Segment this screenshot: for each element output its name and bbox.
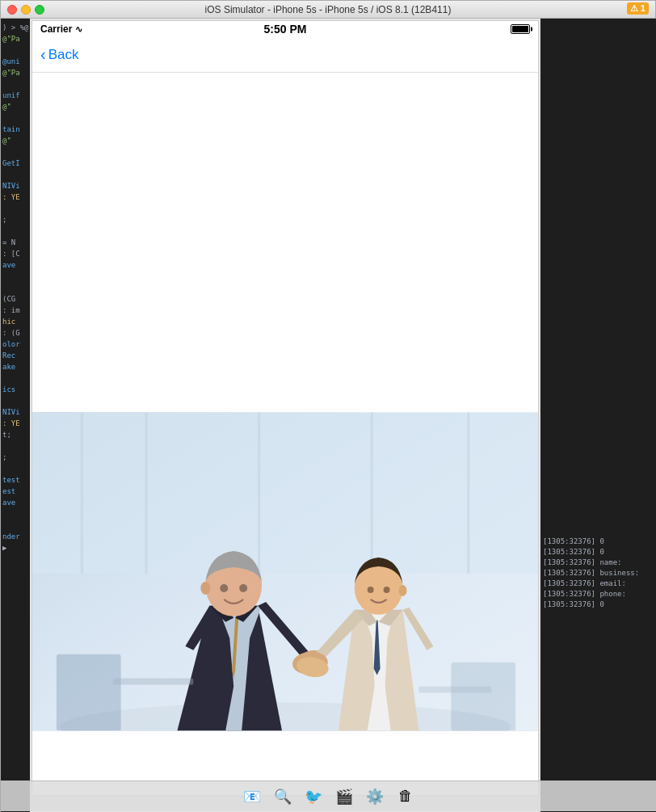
code-line: est xyxy=(2,486,28,497)
code-line: unif xyxy=(2,90,28,101)
code-line: nder xyxy=(2,531,28,542)
debug-line xyxy=(543,43,654,53)
back-chevron-icon: ‹ xyxy=(40,45,46,64)
debug-line xyxy=(543,368,654,379)
code-line: hic xyxy=(2,316,28,327)
svg-rect-3 xyxy=(145,413,148,574)
window-controls xyxy=(7,5,44,15)
code-line: tain xyxy=(2,124,28,135)
debug-panel: [1305:32376] 0 [1305:32376] 0 [1305:3237… xyxy=(540,19,656,812)
svg-point-19 xyxy=(399,585,407,596)
debug-line xyxy=(543,158,654,169)
code-line: Rec xyxy=(2,350,28,361)
debug-line xyxy=(543,190,654,200)
debug-line xyxy=(543,410,654,421)
debug-line xyxy=(543,127,654,137)
dock-icon-twitter[interactable]: 🐦 xyxy=(301,784,326,810)
code-line: t; xyxy=(2,429,28,440)
debug-line xyxy=(543,515,654,526)
macos-dock: 📧 🔍 🐦 🎬 ⚙️ 🗑 xyxy=(1,780,656,811)
debug-line xyxy=(543,284,654,295)
code-line xyxy=(2,169,28,180)
debug-line xyxy=(543,95,654,106)
debug-line xyxy=(543,505,654,515)
debug-line xyxy=(543,64,654,74)
code-line xyxy=(2,372,28,384)
svg-point-12 xyxy=(200,582,210,595)
debug-line xyxy=(543,316,654,326)
debug-line xyxy=(543,253,654,263)
debug-line xyxy=(543,358,654,368)
code-line: ake xyxy=(2,361,28,372)
maximize-button[interactable] xyxy=(35,5,44,15)
svg-rect-6 xyxy=(467,413,469,574)
debug-line-3: [1305:32376] name: xyxy=(543,557,654,568)
svg-rect-22 xyxy=(113,679,194,685)
code-line: @"Pa xyxy=(2,33,28,44)
code-line: @"Pa xyxy=(2,67,28,78)
debug-line xyxy=(543,85,654,95)
code-line: ; xyxy=(2,214,28,225)
debug-output: [1305:32376] 0 [1305:32376] 0 [1305:3237… xyxy=(540,19,656,613)
debug-line xyxy=(543,305,654,316)
debug-line xyxy=(543,274,654,284)
code-line: (CG xyxy=(2,293,28,305)
code-line: test xyxy=(2,474,28,486)
window-title: iOS Simulator - iPhone 5s - iPhone 5s / … xyxy=(205,4,452,15)
minimize-button[interactable] xyxy=(21,5,31,15)
debug-line xyxy=(543,526,654,536)
status-right xyxy=(511,24,530,34)
close-button[interactable] xyxy=(7,5,17,15)
code-line: : YE xyxy=(2,418,28,429)
code-line: @" xyxy=(2,101,28,112)
code-line: ics xyxy=(2,384,28,395)
svg-rect-20 xyxy=(57,654,121,731)
code-line xyxy=(2,44,28,56)
back-button[interactable]: ‹ Back xyxy=(40,45,78,64)
debug-line xyxy=(543,431,654,442)
code-line: ; xyxy=(2,452,28,463)
dock-icon-video[interactable]: 🎬 xyxy=(331,784,357,810)
carrier-label: Carrier xyxy=(40,23,72,35)
code-line xyxy=(2,520,28,531)
xcode-window: iOS Simulator - iPhone 5s - iPhone 5s / … xyxy=(0,0,656,812)
debug-line xyxy=(543,442,654,452)
title-bar: iOS Simulator - iPhone 5s - iPhone 5s / … xyxy=(1,1,655,19)
code-line xyxy=(2,271,28,282)
dock-icon-mail[interactable]: 📧 xyxy=(239,784,265,810)
debug-line xyxy=(543,326,654,337)
debug-line xyxy=(543,337,654,347)
debug-line-4: [1305:32376] business: xyxy=(543,568,654,578)
debug-line xyxy=(543,200,654,211)
dock-icon-trash[interactable]: 🗑 xyxy=(393,784,418,810)
main-content: ) > %@ @"Pa @uni @"Pa unif @" tain @" Ge… xyxy=(1,19,656,812)
code-editor-panel: ) > %@ @"Pa @uni @"Pa unif @" tain @" Ge… xyxy=(1,19,30,812)
ios-image-area xyxy=(32,412,538,731)
code-line xyxy=(2,146,28,158)
code-line: @uni xyxy=(2,56,28,67)
debug-line xyxy=(543,232,654,242)
wifi-icon: ∿ xyxy=(75,24,82,35)
debug-line xyxy=(543,295,654,305)
debug-line xyxy=(543,421,654,431)
code-line xyxy=(2,225,28,237)
debug-line xyxy=(543,179,654,190)
code-line: ave xyxy=(2,497,28,508)
ios-simulator-panel: Carrier ∿ 5:50 PM ‹ Back xyxy=(30,19,540,812)
code-line xyxy=(2,395,28,406)
dock-icon-search[interactable]: 🔍 xyxy=(270,784,296,810)
code-line xyxy=(2,203,28,214)
status-time: 5:50 PM xyxy=(264,23,307,36)
debug-line xyxy=(543,347,654,358)
debug-line xyxy=(543,389,654,400)
svg-rect-21 xyxy=(451,663,515,731)
battery-fill xyxy=(512,26,528,32)
ios-nav-bar: ‹ Back xyxy=(32,37,538,73)
debug-line xyxy=(543,116,654,127)
code-line: NIVi xyxy=(2,406,28,418)
warning-badge: ⚠ 1 xyxy=(627,2,649,15)
debug-line xyxy=(543,211,654,221)
code-line: : [C xyxy=(2,248,28,259)
debug-line-1: [1305:32376] 0 xyxy=(543,536,654,547)
dock-icon-settings[interactable]: ⚙️ xyxy=(362,784,388,810)
